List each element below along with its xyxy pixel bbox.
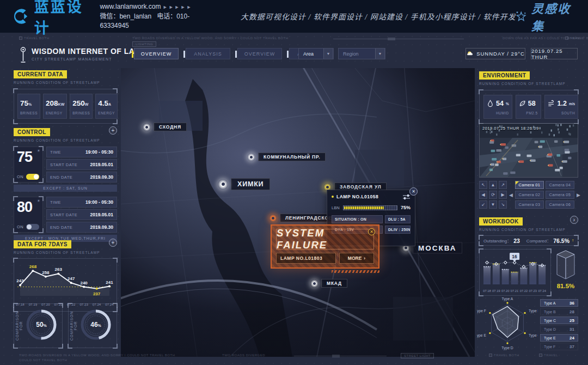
pin-label: СХОДНЯ xyxy=(154,123,187,131)
pin-label: МКАД xyxy=(321,279,347,288)
camera-04-button[interactable]: Camera 04 xyxy=(546,181,574,189)
chevron-down-icon[interactable]: ▼ xyxy=(375,48,384,59)
end-date-row[interactable]: END DATE2019.09.30 xyxy=(46,222,117,233)
inspiration-collect[interactable]: 灵感收集 xyxy=(516,0,576,34)
decor-street-light-badge: STREET LIGHT xyxy=(401,353,434,358)
sliders-icon[interactable] xyxy=(402,194,411,199)
svg-text:50%: 50% xyxy=(36,321,47,328)
camera-01-button[interactable]: Camera 01 xyxy=(515,181,544,189)
dpad-up-left-button[interactable]: ↖ xyxy=(479,181,487,189)
decor-slider[interactable] xyxy=(333,39,464,39)
lamp-pin-icon xyxy=(143,123,151,131)
radar-chart: Type AType BType CType DType EType F xyxy=(477,295,538,354)
tab-overview-1[interactable]: OVERVIEW xyxy=(134,48,179,59)
map-pin-сходня[interactable]: СХОДНЯ xyxy=(143,123,187,131)
expand-chart-button[interactable]: + xyxy=(109,239,117,247)
brightness-box-2: ☀ 80 ON xyxy=(14,197,43,233)
time-row[interactable]: TIME19:00 - 05:30 xyxy=(46,197,117,208)
type-b-row[interactable]: Type B28 xyxy=(540,308,578,315)
area-select[interactable]: Area ▼ xyxy=(298,48,333,59)
schedule-group-2: ☀ 80 ON TIME19:00 - 05:30 START DATE2019… xyxy=(14,197,117,233)
page-title: WISDOM INTERNET OF LAMP xyxy=(32,47,146,56)
start-date-row[interactable]: START DATE2019.05.01 xyxy=(46,209,117,220)
map-pin-мкад[interactable]: МКАД xyxy=(310,279,347,288)
start-date-row[interactable]: START DATE2019.05.01 xyxy=(46,159,117,170)
type-d-row[interactable]: Type D31 xyxy=(540,325,578,333)
streetlamp-icon xyxy=(20,47,27,63)
dpad-left-button[interactable]: ◀ xyxy=(479,191,487,199)
workbook-stats: Outstanding： 23 Compared： 76.5% ↑ xyxy=(479,235,578,246)
camera-prev-arrow[interactable]: ◀ xyxy=(509,192,513,198)
decor-poem-top: TWO ROADS DIVERGED IN A YELLOW WOOD, AND… xyxy=(132,36,289,40)
dashboard: TRAVEL BOTH TWO ROADS DIVERGED IN A YELL… xyxy=(0,33,588,365)
camera-03-button[interactable]: Camera 03 xyxy=(515,200,544,209)
seven-days-panel: DATA FOR 7DAYS RUNNING CONDITION OF STRE… xyxy=(14,239,117,312)
tab-analysis-1[interactable]: ANALYSIS xyxy=(186,48,230,59)
gauge-ring: 46% xyxy=(77,306,114,346)
svg-text:258: 258 xyxy=(42,270,50,275)
website-link[interactable]: www.lanlanwork.com xyxy=(100,3,161,10)
wind-icon xyxy=(548,100,555,107)
seven-days-tag: DATA FOR 7DAYS xyxy=(14,240,71,248)
decor-slider-bottom[interactable] xyxy=(294,356,387,356)
type-e-row[interactable]: Type E24 xyxy=(540,334,578,342)
end-date-row[interactable]: END DATE2019.09.30 xyxy=(46,172,117,182)
hatch-decoration xyxy=(332,270,379,273)
current-data-tag: CURRENT DATA xyxy=(14,70,67,78)
tab-overview-2[interactable]: OVERVIEW xyxy=(237,48,282,59)
brightness-value: 75 xyxy=(17,149,40,165)
camera-feed[interactable]: 2019.07.25 THUR 18:26:09 xyxy=(479,123,578,178)
camera-next-arrow[interactable]: ▶ xyxy=(577,192,580,198)
stat-briness-w: 250W BRINESS xyxy=(70,94,93,119)
time-row[interactable]: TIME19:00 - 05:30 xyxy=(46,147,117,157)
gauge-ring: 50% xyxy=(23,306,60,346)
lamp-toggle-1[interactable] xyxy=(26,174,39,180)
type-f-row[interactable]: Type F37 xyxy=(540,343,578,350)
bulb-icon: ☀ xyxy=(37,149,40,153)
decor-two-roads: TWO ROADS DIVERGED xyxy=(222,354,265,357)
type-radar-panel: Type AType BType CType DType EType F Typ… xyxy=(477,295,578,354)
dpad-up-right-button[interactable]: ↗ xyxy=(499,181,507,189)
chevron-down-icon[interactable]: ▼ xyxy=(323,48,333,59)
pin-label: КОММУНАЛЬНЫЙ ПР. xyxy=(258,153,326,161)
svg-text:268: 268 xyxy=(29,264,37,269)
chevron-right-icon: › xyxy=(364,256,365,261)
svg-text:16: 16 xyxy=(512,254,517,259)
lamp-pin-icon xyxy=(310,279,318,288)
collect-label: 灵感收集 xyxy=(531,0,576,34)
dpad-up-button[interactable]: ▲ xyxy=(489,181,497,189)
dliv-field: DLIV : 250W xyxy=(385,226,411,234)
camera-02-button[interactable]: Camera 02 xyxy=(515,191,544,199)
panel-subtitle: RUNNING CONDITION OF STREETLAMP xyxy=(479,228,566,232)
decor-checkbox-b1: TRAVEL BOTH xyxy=(489,354,519,357)
dpad-down-left-button[interactable]: ↙ xyxy=(479,200,487,209)
compared-value: 76.5% xyxy=(553,238,569,244)
add-schedule-button[interactable]: + xyxy=(109,126,117,135)
page-subtitle: CITY STREETLAMP MANAGEMENT xyxy=(32,57,146,61)
pin-label: ХИМКИ xyxy=(231,178,270,190)
current-data-panel: CURRENT DATA RUNNING CONDITION OF STREET… xyxy=(14,69,117,124)
type-a-row[interactable]: Type A36 xyxy=(540,299,578,307)
close-icon[interactable]: ✕ xyxy=(368,228,375,235)
map-pin-химки[interactable]: ХИМКИ xyxy=(218,178,270,190)
map[interactable]: ✕ LAMP NO.L01058 LBN 75% SITUATION : ON … xyxy=(121,68,475,357)
wechat-label: 微信：ben_lanlan xyxy=(100,13,151,20)
environment-panel: ENVIRONMENT RUNNING CONDITION OF STREETL… xyxy=(479,70,578,124)
brightness-bar[interactable] xyxy=(343,205,397,210)
dpad-right-button[interactable]: ▶ xyxy=(499,191,507,199)
lamp-toggle-2[interactable] xyxy=(26,224,39,230)
region-select[interactable]: Region ▼ xyxy=(338,48,385,59)
workbook-more-button[interactable]: › xyxy=(570,216,578,224)
close-icon[interactable]: ✕ xyxy=(409,187,418,196)
sparkle-star-icon xyxy=(516,10,527,23)
dpad-reset-button[interactable]: ⟳ xyxy=(489,191,497,199)
bulb-icon: ☀ xyxy=(37,199,40,203)
promo-banner: 蓝蓝设计 www.lanlanwork.com ►►►►► 微信：ben_lan… xyxy=(0,0,588,33)
camera-06-button[interactable]: Camera 06 xyxy=(546,200,574,209)
dpad-down-button[interactable]: ▼ xyxy=(489,200,497,209)
more-button[interactable]: MORE› xyxy=(339,253,374,264)
map-pin-коммунальный-пр-[interactable]: КОММУНАЛЬНЫЙ ПР. xyxy=(247,153,326,161)
type-c-row[interactable]: Type C25 xyxy=(540,317,578,324)
camera-05-button[interactable]: Camera 05 xyxy=(546,191,574,199)
dpad-down-right-button[interactable]: ↘ xyxy=(499,200,507,209)
